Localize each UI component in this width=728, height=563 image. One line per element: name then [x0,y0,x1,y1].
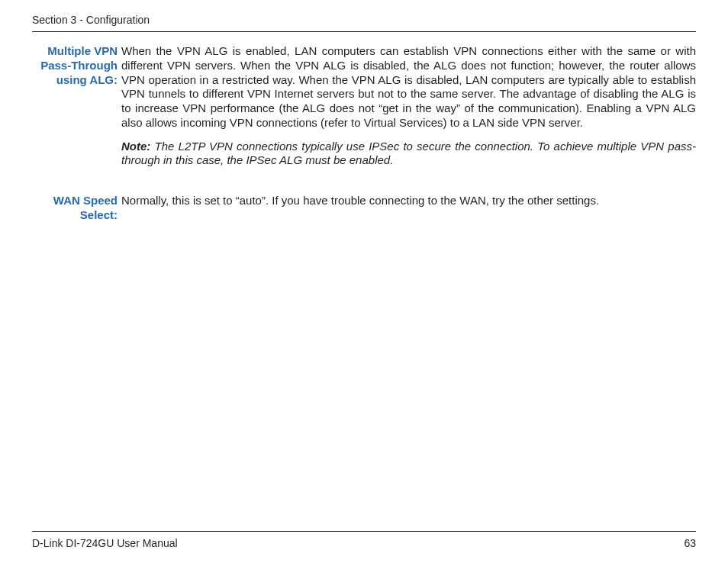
section-header: Section 3 - Configuration [32,14,696,32]
footer-page-number: 63 [684,537,696,549]
page-footer: D-Link DI-724GU User Manual 63 [32,531,696,549]
note-label: Note: [121,140,150,153]
footer-manual-name: D-Link DI-724GU User Manual [32,537,178,549]
note-body: The L2TP VPN connections typically use I… [121,140,696,167]
definition-entry: Multiple VPN Pass-Through using ALG: Whe… [32,44,696,168]
definition-entry: WAN Speed Select: Normally, this is set … [32,194,696,223]
entry-body-text: Normally, this is set to “auto”. If you … [121,194,599,207]
entry-body: When the VPN ALG is enabled, LAN compute… [121,44,696,168]
entry-body: Normally, this is set to “auto”. If you … [121,194,696,223]
entry-note: Note: The L2TP VPN connections typically… [121,140,696,169]
entry-label: WAN Speed Select: [32,194,121,223]
entry-label: Multiple VPN Pass-Through using ALG: [32,44,121,168]
content-area: Multiple VPN Pass-Through using ALG: Whe… [32,44,696,223]
entry-body-text: When the VPN ALG is enabled, LAN compute… [121,44,696,129]
